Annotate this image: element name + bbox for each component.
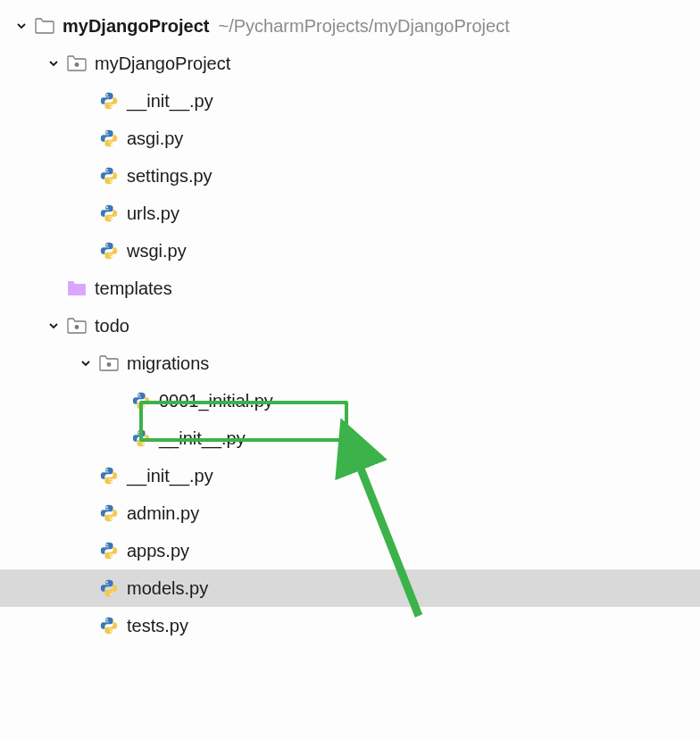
python-file-icon xyxy=(98,203,120,224)
folder-icon xyxy=(34,15,55,37)
tree-item-file[interactable]: tests.py xyxy=(0,607,700,644)
tree-item-label: tests.py xyxy=(127,616,188,636)
svg-point-11 xyxy=(75,325,79,329)
svg-point-24 xyxy=(110,594,112,595)
python-file-icon xyxy=(98,90,120,112)
python-file-icon xyxy=(98,540,120,561)
tree-item-file[interactable]: models.py xyxy=(0,569,700,607)
tree-item-path: ~/PycharmProjects/myDjangoProject xyxy=(218,16,509,37)
folder-icon xyxy=(98,353,120,374)
chevron-down-icon[interactable] xyxy=(45,317,62,335)
svg-point-4 xyxy=(110,144,112,145)
tree-item-label: myDjangoProject xyxy=(95,54,230,74)
tree-item-file[interactable]: apps.py xyxy=(0,532,700,569)
tree-item-todo-folder[interactable]: todo xyxy=(0,307,700,345)
svg-point-17 xyxy=(106,469,108,470)
tree-item-label: apps.py xyxy=(127,541,189,561)
folder-icon xyxy=(66,315,88,336)
python-file-icon xyxy=(98,128,120,149)
python-file-icon xyxy=(130,428,152,449)
tree-item-label: asgi.py xyxy=(127,129,183,149)
svg-point-18 xyxy=(110,481,112,483)
svg-point-21 xyxy=(106,544,108,545)
tree-item-label: templates xyxy=(95,278,172,299)
tree-item-label: __init__.py xyxy=(127,91,213,112)
tree-item-file[interactable]: 0001_initial.py xyxy=(0,382,700,419)
tree-item-label: myDjangoProject xyxy=(62,16,209,37)
python-file-icon xyxy=(98,502,120,524)
python-file-icon xyxy=(98,465,120,486)
tree-item-label: models.py xyxy=(127,578,208,599)
svg-point-20 xyxy=(110,519,112,520)
svg-point-25 xyxy=(106,619,108,620)
folder-icon xyxy=(66,53,88,74)
svg-point-0 xyxy=(75,62,79,67)
tree-item-label: wsgi.py xyxy=(127,241,187,262)
svg-point-3 xyxy=(106,131,108,133)
tree-item-label: urls.py xyxy=(127,203,179,224)
python-file-icon xyxy=(98,240,120,262)
chevron-down-icon[interactable] xyxy=(45,54,62,72)
chevron-down-icon[interactable] xyxy=(12,17,30,35)
tree-item-label: settings.py xyxy=(127,166,212,187)
svg-point-8 xyxy=(110,219,112,220)
tree-item-file[interactable]: settings.py xyxy=(0,157,700,195)
tree-item-label: __init__.py xyxy=(159,428,246,449)
tree-item-label: todo xyxy=(95,316,129,336)
tree-item-label: 0001_initial.py xyxy=(159,391,273,411)
svg-point-9 xyxy=(106,244,108,245)
tree-item-file[interactable]: __init__.py xyxy=(0,457,700,494)
tree-item-file[interactable]: admin.py xyxy=(0,494,700,532)
svg-point-22 xyxy=(110,556,112,558)
tree-item-file[interactable]: wsgi.py xyxy=(0,232,700,270)
tree-item-file[interactable]: urls.py xyxy=(0,195,700,232)
chevron-down-icon[interactable] xyxy=(77,354,95,372)
svg-point-7 xyxy=(106,206,108,208)
tree-item-root[interactable]: myDjangoProject~/PycharmProjects/myDjang… xyxy=(0,7,700,45)
svg-point-12 xyxy=(107,362,112,367)
tree-item-file[interactable]: __init__.py xyxy=(0,419,700,457)
tree-item-file[interactable]: __init__.py xyxy=(0,82,700,120)
svg-point-5 xyxy=(106,169,108,170)
tree-item-file[interactable]: asgi.py xyxy=(0,120,700,157)
tree-item-migrations-folder[interactable]: migrations xyxy=(0,345,700,382)
svg-point-26 xyxy=(110,631,112,633)
folder-icon xyxy=(66,278,88,299)
svg-point-16 xyxy=(142,444,144,445)
python-file-icon xyxy=(98,577,120,599)
svg-point-19 xyxy=(106,506,108,508)
python-file-icon xyxy=(130,390,152,411)
svg-point-14 xyxy=(142,406,144,408)
tree-item-app-folder[interactable]: myDjangoProject xyxy=(0,45,700,82)
tree-item-label: migrations xyxy=(127,353,209,374)
python-file-icon xyxy=(98,615,120,636)
svg-point-23 xyxy=(106,581,108,583)
tree-item-templates[interactable]: templates xyxy=(0,270,700,307)
tree-item-label: admin.py xyxy=(127,503,199,524)
svg-point-15 xyxy=(138,431,140,433)
tree-item-label: __init__.py xyxy=(127,466,213,486)
project-tree[interactable]: myDjangoProject~/PycharmProjects/myDjang… xyxy=(0,7,700,644)
python-file-icon xyxy=(98,165,120,187)
svg-point-10 xyxy=(110,256,112,258)
svg-point-1 xyxy=(106,94,108,95)
svg-point-2 xyxy=(110,106,112,108)
svg-point-13 xyxy=(138,394,140,395)
svg-point-6 xyxy=(110,181,112,183)
